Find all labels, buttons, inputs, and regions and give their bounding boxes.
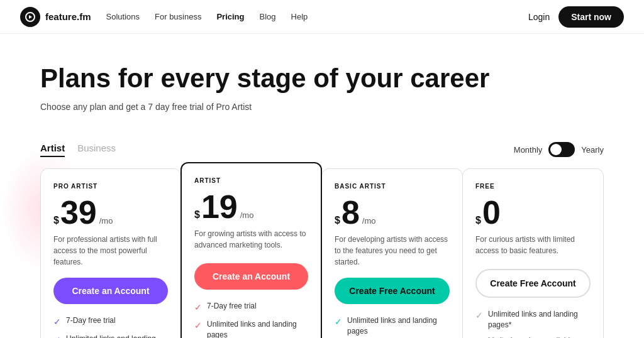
price-amount-artist: 19 — [201, 190, 238, 223]
features-list-artist: ✓ 7-Day free trial ✓ Unlimited links and… — [194, 301, 308, 338]
nav-logo[interactable]: feature.fm — [20, 7, 91, 27]
create-account-pro-button[interactable]: Create an Account — [53, 278, 168, 304]
nav-actions: Login Start now — [528, 6, 624, 28]
plan-card-artist: ARTIST $ 19 /mo For growing artists with… — [180, 162, 322, 338]
price-amount-free: 0 — [482, 196, 501, 229]
nav-link-solutions[interactable]: Solutions — [106, 12, 140, 21]
feature-item: ✓ Unlimited links and landing pages — [53, 334, 168, 338]
plan-label-basic: BASIC ARTIST — [335, 183, 450, 190]
create-free-account-free-button[interactable]: Create Free Account — [475, 269, 591, 298]
check-icon: ✓ — [53, 334, 61, 338]
features-list-pro: ✓ 7-Day free trial ✓ Unlimited links and… — [53, 315, 168, 338]
hero-title: Plans for every stage of your career — [40, 64, 604, 93]
features-list-basic: ✓ Unlimited links and landing pages ✓ Li… — [335, 315, 450, 338]
plan-card-pro-artist: PRO ARTIST $ 39 /mo For professional art… — [40, 168, 181, 338]
price-amount-basic: 8 — [341, 196, 360, 229]
pricing-cards: PRO ARTIST $ 39 /mo For professional art… — [40, 168, 604, 338]
plan-price-basic: $ 8 /mo — [335, 196, 450, 229]
plan-desc-basic: For developing artists with access to th… — [335, 234, 450, 268]
check-icon: ✓ — [194, 302, 202, 314]
plan-card-free: FREE $ 0 For curious artists with limite… — [462, 168, 604, 338]
plan-price-artist: $ 19 /mo — [194, 190, 308, 223]
feature-item: ✓ Unlimited links and landing pages* — [475, 309, 591, 330]
hero-subtitle: Choose any plan and get a 7 day free tri… — [40, 102, 604, 112]
pricing-section: Artist Business Monthly Yearly PRO ARTIS… — [0, 129, 644, 338]
check-icon: ✓ — [53, 316, 61, 329]
plan-tabs: Artist Business — [40, 143, 116, 157]
feature-item: ✓ Limited services available — [475, 335, 591, 338]
billing-toggle-switch[interactable] — [548, 142, 575, 157]
plan-card-basic-artist: BASIC ARTIST $ 8 /mo For developing arti… — [321, 168, 463, 338]
price-dollar-artist: $ — [194, 209, 200, 221]
plan-price-pro: $ 39 /mo — [53, 196, 168, 229]
plan-desc-pro: For professional artists with full acces… — [53, 234, 168, 268]
feature-item: ✓ 7-Day free trial — [53, 315, 168, 329]
plan-label-artist: ARTIST — [194, 177, 308, 184]
create-account-artist-button[interactable]: Create an Account — [194, 263, 308, 290]
price-period-basic: /mo — [362, 216, 376, 226]
feature-item: ✓ Unlimited links and landing pages — [335, 315, 450, 337]
tab-artist[interactable]: Artist — [40, 143, 65, 157]
logo-text: feature.fm — [45, 11, 91, 22]
plan-desc-free: For curious artists with limited access … — [475, 234, 591, 259]
pricing-header: Artist Business Monthly Yearly — [40, 142, 604, 157]
billing-toggle: Monthly Yearly — [514, 142, 604, 157]
price-dollar-basic: $ — [335, 215, 340, 226]
plan-desc-artist: For growing artists with access to advan… — [194, 228, 308, 253]
navbar: feature.fm Solutions For business Pricin… — [0, 0, 644, 34]
price-period-artist: /mo — [240, 210, 254, 220]
nav-link-blog[interactable]: Blog — [260, 12, 276, 21]
tab-business[interactable]: Business — [77, 143, 116, 157]
check-icon: ✓ — [475, 310, 483, 322]
price-period-pro: /mo — [99, 216, 113, 226]
plan-label-pro: PRO ARTIST — [53, 183, 168, 190]
check-icon: ✓ — [335, 316, 342, 329]
check-icon: ✓ — [194, 320, 202, 332]
nav-link-help[interactable]: Help — [291, 12, 308, 21]
plan-label-free: FREE — [475, 183, 591, 190]
nav-link-pricing[interactable]: Pricing — [216, 12, 244, 21]
login-button[interactable]: Login — [528, 12, 550, 22]
billing-yearly-label: Yearly — [581, 145, 604, 155]
feature-item: ✓ 7-Day free trial — [194, 301, 308, 314]
price-dollar-free: $ — [475, 215, 481, 226]
plan-price-free: $ 0 — [475, 196, 591, 229]
nav-link-business[interactable]: For business — [155, 12, 201, 21]
billing-monthly-label: Monthly — [514, 145, 543, 155]
feature-item: ✓ Unlimited links and landing pages — [194, 319, 308, 338]
price-amount-pro: 39 — [60, 196, 97, 229]
nav-links: Solutions For business Pricing Blog Help — [106, 12, 308, 21]
price-dollar-pro: $ — [53, 215, 59, 226]
hero-section: Plans for every stage of your career Cho… — [0, 34, 644, 129]
start-now-button[interactable]: Start now — [558, 6, 624, 28]
create-free-account-basic-button[interactable]: Create Free Account — [335, 278, 450, 304]
toggle-knob — [550, 144, 562, 155]
features-list-free: ✓ Unlimited links and landing pages* ✓ L… — [475, 309, 591, 338]
logo-icon — [20, 7, 40, 27]
